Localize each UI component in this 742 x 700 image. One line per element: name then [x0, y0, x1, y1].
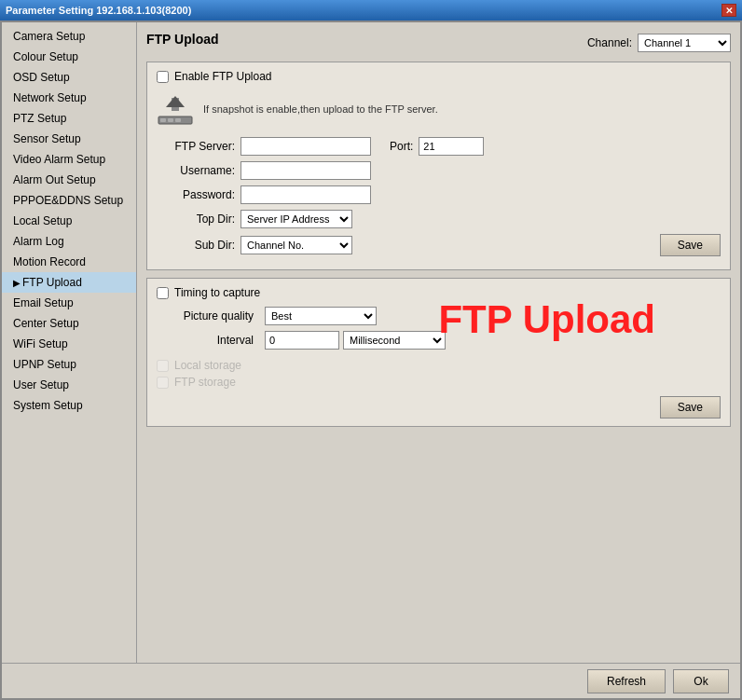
sidebar-item-osd-setup[interactable]: OSD Setup — [2, 67, 136, 88]
picture-quality-row: Picture quality Best High Medium Low — [157, 307, 721, 325]
sub-dir-select[interactable]: Channel No. Date Custom — [240, 236, 352, 254]
sidebar-item-system-setup[interactable]: System Setup — [2, 395, 136, 416]
sidebar-item-email-setup[interactable]: Email Setup — [2, 293, 136, 313]
sidebar-item-network-setup[interactable]: Network Setup — [2, 88, 136, 108]
interval-unit-select[interactable]: Millisecond Second Minute — [343, 331, 446, 350]
title-bar: Parameter Setting 192.168.1.103(8200) ✕ — [0, 0, 742, 21]
save-bottom-row: Save — [157, 396, 721, 419]
timing-section: Timing to capture Picture quality Best H… — [146, 278, 731, 427]
picture-quality-label: Picture quality — [157, 309, 259, 323]
sidebar-item-camera-setup[interactable]: Camera Setup — [2, 26, 136, 47]
sidebar-item-video-alarm-setup[interactable]: Video Alarm Setup — [2, 149, 136, 170]
window-title: Parameter Setting 192.168.1.103(8200) — [6, 5, 191, 16]
username-label: Username: — [157, 164, 240, 177]
password-row: Password: — [157, 185, 721, 204]
username-input[interactable] — [240, 161, 371, 180]
sidebar-item-user-setup[interactable]: User Setup — [2, 375, 136, 395]
close-button[interactable]: ✕ — [721, 4, 736, 17]
sidebar-item-alarm-log[interactable]: Alarm Log — [2, 231, 136, 252]
svg-rect-3 — [175, 118, 181, 122]
sidebar: Camera SetupColour SetupOSD SetupNetwork… — [2, 22, 137, 663]
sub-dir-row: Sub Dir: Channel No. Date Custom Save — [157, 234, 721, 256]
ftp-storage-label: FTP storage — [174, 376, 236, 389]
timing-capture-checkbox[interactable] — [157, 287, 169, 299]
port-label: Port: — [390, 140, 413, 153]
ftp-server-group: Enable FTP Upload If snapshot is enable,… — [146, 62, 731, 270]
sidebar-item-upnp-setup[interactable]: UPNP Setup — [2, 354, 136, 375]
top-dir-row: Top Dir: Server IP Address Channel No. C… — [157, 210, 721, 228]
timing-label: Timing to capture — [174, 286, 260, 299]
port-input[interactable] — [419, 137, 484, 156]
ftp-save-button[interactable]: Save — [660, 234, 721, 256]
sidebar-item-ftp-upload[interactable]: ▶ FTP Upload — [2, 272, 136, 293]
password-input[interactable] — [240, 185, 371, 204]
bottom-bar: Refresh Ok — [2, 663, 740, 698]
sidebar-item-alarm-out-setup[interactable]: Alarm Out Setup — [2, 170, 136, 190]
content-area: Camera SetupColour SetupOSD SetupNetwork… — [2, 22, 740, 663]
channel-select[interactable]: Channel 1Channel 2Channel 3Channel 4 — [638, 34, 731, 52]
sidebar-item-sensor-setup[interactable]: Sensor Setup — [2, 129, 136, 149]
enable-ftp-row: Enable FTP Upload — [157, 70, 721, 83]
timing-enable-row: Timing to capture — [157, 286, 721, 299]
info-text: If snapshot is enable,then upload to the… — [203, 103, 438, 115]
interval-input[interactable] — [265, 331, 339, 350]
interval-label: Interval — [157, 334, 259, 347]
sidebar-item-local-setup[interactable]: Local Setup — [2, 211, 136, 231]
ok-button[interactable]: Ok — [673, 669, 729, 693]
refresh-button[interactable]: Refresh — [587, 669, 666, 693]
port-group: Port: — [390, 137, 484, 156]
ftp-upload-icon — [157, 90, 194, 128]
picture-quality-select[interactable]: Best High Medium Low — [265, 307, 377, 325]
panel-header: FTP Upload Channel: Channel 1Channel 2Ch… — [146, 32, 731, 54]
svg-marker-5 — [166, 96, 185, 107]
sidebar-item-ptz-setup[interactable]: PTZ Setup — [2, 108, 136, 129]
svg-rect-1 — [160, 118, 166, 122]
save-bottom-button[interactable]: Save — [660, 396, 721, 419]
username-row: Username: — [157, 161, 721, 180]
ftp-server-input[interactable] — [240, 137, 371, 156]
sidebar-item-center-setup[interactable]: Center Setup — [2, 313, 136, 334]
main-window: Camera SetupColour SetupOSD SetupNetwork… — [0, 21, 742, 700]
right-panel: FTP Upload Channel: Channel 1Channel 2Ch… — [137, 22, 740, 663]
top-dir-select[interactable]: Server IP Address Channel No. Custom — [240, 210, 352, 228]
enable-ftp-checkbox[interactable] — [157, 71, 169, 83]
interval-row: Interval Millisecond Second Minute — [157, 331, 721, 350]
sub-dir-label: Sub Dir: — [157, 239, 240, 252]
local-storage-label: Local storage — [174, 359, 241, 372]
ftp-storage-checkbox — [157, 377, 169, 389]
sidebar-item-motion-record[interactable]: Motion Record — [2, 252, 136, 272]
page-title: FTP Upload — [146, 32, 219, 47]
enable-ftp-label: Enable FTP Upload — [174, 70, 272, 83]
sidebar-item-wifi-setup[interactable]: WiFi Setup — [2, 334, 136, 354]
ftp-server-label: FTP Server: — [157, 140, 240, 153]
svg-rect-2 — [168, 118, 173, 122]
top-dir-label: Top Dir: — [157, 213, 240, 226]
local-storage-checkbox — [157, 360, 169, 372]
channel-selector-group: Channel: Channel 1Channel 2Channel 3Chan… — [587, 34, 731, 52]
channel-label: Channel: — [587, 36, 632, 49]
sidebar-item-pppoe-ddns-setup[interactable]: PPPOE&DDNS Setup — [2, 190, 136, 211]
sidebar-item-colour-setup[interactable]: Colour Setup — [2, 47, 136, 67]
local-storage-row: Local storage — [157, 359, 721, 372]
ftp-storage-row: FTP storage — [157, 376, 721, 389]
info-row: If snapshot is enable,then upload to the… — [157, 90, 721, 128]
ftp-server-row: FTP Server: Port: — [157, 137, 721, 156]
password-label: Password: — [157, 188, 240, 201]
